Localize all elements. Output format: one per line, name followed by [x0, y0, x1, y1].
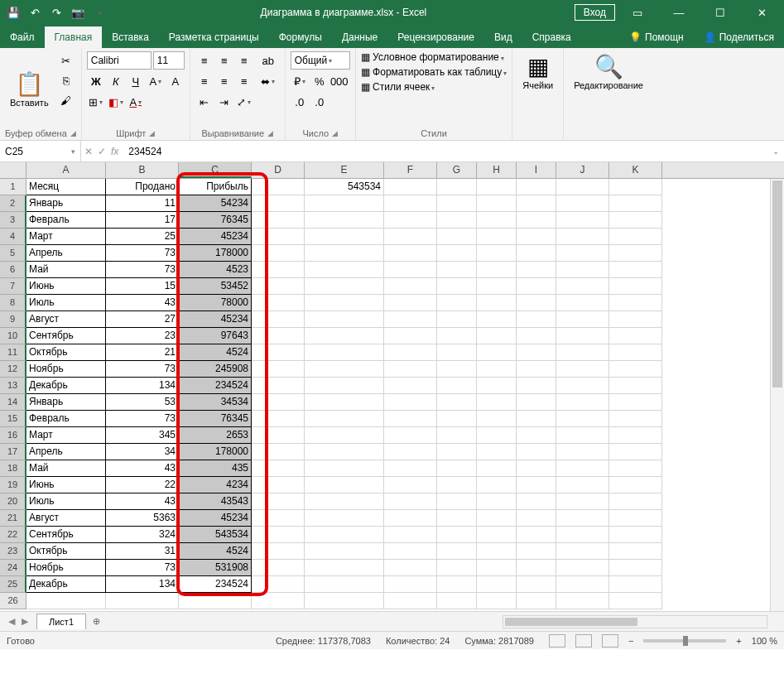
tab-home[interactable]: Главная [45, 26, 103, 48]
cell[interactable] [384, 278, 437, 295]
cell[interactable] [517, 427, 556, 444]
cell[interactable]: 234524 [179, 378, 252, 394]
cell[interactable] [517, 212, 556, 229]
row-header[interactable]: 19 [0, 477, 26, 493]
cell[interactable] [252, 311, 305, 328]
cell[interactable] [556, 344, 609, 361]
cell[interactable] [517, 378, 556, 394]
cell[interactable] [517, 394, 556, 411]
col-header-K[interactable]: K [609, 162, 662, 178]
tab-layout[interactable]: Разметка страницы [159, 26, 269, 48]
share-button[interactable]: 👤Поделиться [694, 26, 784, 48]
cell[interactable]: 43 [106, 493, 179, 510]
cell[interactable] [477, 411, 517, 427]
cell[interactable] [556, 560, 609, 576]
cell[interactable] [556, 262, 609, 278]
cell[interactable]: 17 [106, 212, 179, 229]
cell[interactable] [609, 510, 662, 527]
cell[interactable] [609, 195, 662, 212]
cell[interactable] [437, 262, 477, 278]
cell[interactable] [609, 477, 662, 493]
cell[interactable] [437, 543, 477, 560]
cell[interactable]: Февраль [26, 411, 106, 427]
zoom-out-icon[interactable]: − [628, 636, 633, 646]
cell[interactable] [609, 245, 662, 262]
cell[interactable]: 531908 [179, 560, 252, 576]
cell[interactable] [556, 477, 609, 493]
row-header[interactable]: 5 [0, 245, 26, 262]
cell[interactable]: 53452 [179, 278, 252, 295]
cell[interactable] [437, 361, 477, 378]
cell[interactable]: 27 [106, 311, 179, 328]
cell[interactable] [305, 195, 384, 212]
cell[interactable] [609, 576, 662, 593]
cell[interactable]: 134 [106, 576, 179, 593]
cell[interactable] [517, 411, 556, 427]
cell[interactable] [437, 493, 477, 510]
cell[interactable]: 4234 [179, 477, 252, 493]
cell[interactable] [609, 328, 662, 344]
cell[interactable] [517, 344, 556, 361]
cell[interactable] [252, 411, 305, 427]
cell[interactable]: Июнь [26, 477, 106, 493]
cut-icon[interactable]: ✂ [57, 51, 75, 70]
cell[interactable] [252, 361, 305, 378]
row-header[interactable]: 25 [0, 576, 26, 593]
cell[interactable] [437, 576, 477, 593]
cell[interactable] [437, 411, 477, 427]
maximize-icon[interactable]: ☐ [701, 0, 739, 25]
cell[interactable] [252, 493, 305, 510]
cell[interactable]: 43 [106, 295, 179, 311]
cell[interactable] [609, 344, 662, 361]
cell[interactable] [477, 195, 517, 212]
cell[interactable]: Октябрь [26, 543, 106, 560]
cell[interactable] [556, 493, 609, 510]
cell[interactable] [437, 427, 477, 444]
row-header[interactable]: 12 [0, 361, 26, 378]
cell[interactable] [556, 576, 609, 593]
cell[interactable] [305, 493, 384, 510]
zoom-slider[interactable] [643, 639, 726, 643]
cell[interactable] [477, 278, 517, 295]
cell[interactable] [477, 460, 517, 477]
row-header[interactable]: 23 [0, 543, 26, 560]
cell[interactable] [609, 229, 662, 245]
cell[interactable] [517, 195, 556, 212]
cell[interactable] [384, 411, 437, 427]
cell[interactable] [252, 344, 305, 361]
cell[interactable] [609, 311, 662, 328]
cell[interactable]: Январь [26, 195, 106, 212]
fx-icon[interactable]: fx [111, 146, 118, 157]
cell[interactable]: 45234 [179, 311, 252, 328]
cell[interactable] [556, 179, 609, 195]
cell[interactable] [517, 311, 556, 328]
cell[interactable] [556, 444, 609, 460]
align-center-icon[interactable]: ≡ [215, 72, 233, 90]
cell[interactable]: Август [26, 311, 106, 328]
cell[interactable]: Продано [106, 179, 179, 195]
cell[interactable] [252, 245, 305, 262]
cell[interactable] [252, 543, 305, 560]
cell[interactable]: Январь [26, 394, 106, 411]
cell[interactable]: 178000 [179, 245, 252, 262]
cell[interactable]: 543534 [179, 527, 252, 543]
align-bottom-icon[interactable]: ≡ [235, 51, 253, 70]
cell[interactable] [517, 560, 556, 576]
cell[interactable] [252, 195, 305, 212]
cell[interactable] [477, 295, 517, 311]
row-header[interactable]: 6 [0, 262, 26, 278]
view-normal-icon[interactable] [549, 634, 565, 647]
cells-button[interactable]: ▦ Ячейки [517, 51, 558, 92]
cell[interactable]: Апрель [26, 245, 106, 262]
cell[interactable]: 73 [106, 245, 179, 262]
cell[interactable] [384, 344, 437, 361]
cell[interactable] [609, 427, 662, 444]
cell[interactable] [305, 212, 384, 229]
tab-formulas[interactable]: Формулы [269, 26, 332, 48]
cell[interactable] [305, 311, 384, 328]
format-painter-icon[interactable]: 🖌 [57, 91, 75, 109]
cell[interactable] [437, 245, 477, 262]
close-icon[interactable]: ✕ [743, 0, 781, 25]
cell[interactable] [437, 477, 477, 493]
cell[interactable] [477, 328, 517, 344]
